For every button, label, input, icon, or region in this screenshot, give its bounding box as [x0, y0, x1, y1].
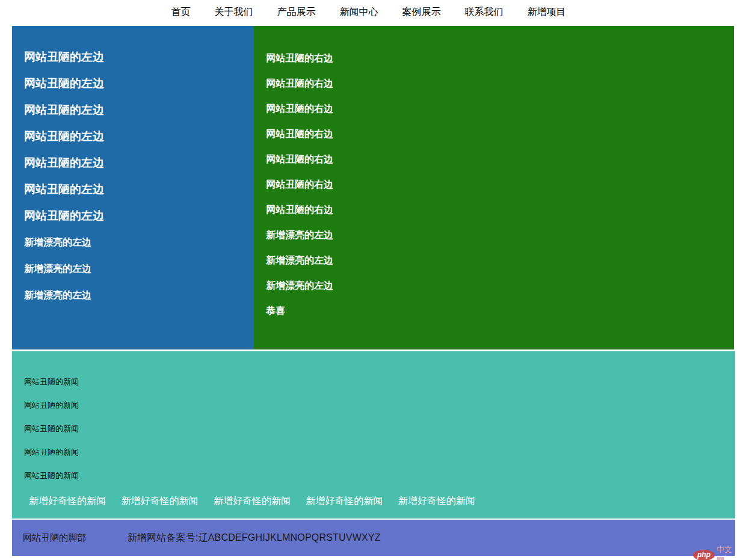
- footer-beian-text: 新增网站备案号:辽ABCDEFGHIJKLMNOPQRSTUVWXYZ: [127, 532, 380, 543]
- left-item: 网站丑陋的左边: [24, 131, 254, 143]
- nav-menu: 首页 关于我们 产品展示 新闻中心 案例展示 联系我们 新增项目: [0, 0, 737, 24]
- strange-news-item: 新增好奇怪的新闻: [121, 495, 198, 508]
- page-footer: 网站丑陋的脚部 新增网站备案号:辽ABCDEFGHIJKLMNOPQRSTUVW…: [12, 520, 735, 556]
- left-item: 网站丑陋的左边: [24, 183, 254, 195]
- news-item: 网站丑陋的新闻: [24, 472, 735, 480]
- watermark-label: 中文网: [717, 544, 737, 560]
- right-item-new: 新增漂亮的左边: [266, 254, 734, 266]
- right-item: 网站丑陋的右边: [266, 52, 734, 64]
- left-item: 网站丑陋的左边: [24, 78, 254, 90]
- right-item: 网站丑陋的右边: [266, 103, 734, 115]
- left-panel: 网站丑陋的左边 网站丑陋的左边 网站丑陋的左边 网站丑陋的左边 网站丑陋的左边 …: [12, 26, 254, 349]
- nav-item-newproj[interactable]: 新增项目: [528, 6, 566, 19]
- right-panel: 网站丑陋的右边 网站丑陋的右边 网站丑陋的右边 网站丑陋的右边 网站丑陋的右边 …: [254, 26, 734, 349]
- right-item: 网站丑陋的右边: [266, 128, 734, 140]
- footer-label: 网站丑陋的脚部: [23, 532, 86, 543]
- strange-news-row: 新增好奇怪的新闻 新增好奇怪的新闻 新增好奇怪的新闻 新增好奇怪的新闻 新增好奇…: [24, 495, 735, 508]
- right-item: 网站丑陋的右边: [266, 179, 734, 191]
- news-item: 网站丑陋的新闻: [24, 378, 735, 386]
- left-item: 网站丑陋的左边: [24, 104, 254, 116]
- left-item: 网站丑陋的左边: [24, 210, 254, 222]
- right-item-new: 新增漂亮的左边: [266, 229, 734, 241]
- left-item: 网站丑陋的左边: [24, 157, 254, 169]
- nav-item-cases[interactable]: 案例展示: [402, 6, 441, 19]
- right-item: 网站丑陋的右边: [266, 78, 734, 90]
- nav-item-contact[interactable]: 联系我们: [465, 6, 504, 19]
- strange-news-item: 新增好奇怪的新闻: [214, 495, 291, 508]
- news-item: 网站丑陋的新闻: [24, 448, 735, 457]
- nav-item-news[interactable]: 新闻中心: [340, 6, 378, 19]
- strange-news-item: 新增好奇怪的新闻: [398, 495, 475, 508]
- left-item-new: 新增漂亮的左边: [24, 236, 254, 248]
- top-nav: 首页 关于我们 产品展示 新闻中心 案例展示 联系我们 新增项目: [0, 0, 737, 24]
- right-item-new: 新增漂亮的左边: [266, 280, 734, 292]
- nav-item-products[interactable]: 产品展示: [277, 6, 316, 19]
- php-cn-watermark: php 中文网: [693, 544, 737, 560]
- right-item: 网站丑陋的右边: [266, 153, 734, 165]
- congrats-text: 恭喜: [266, 305, 734, 317]
- php-logo-icon: php: [693, 550, 715, 560]
- nav-item-home[interactable]: 首页: [171, 6, 191, 19]
- right-item: 网站丑陋的右边: [266, 204, 734, 216]
- strange-news-item: 新增好奇怪的新闻: [306, 495, 383, 508]
- news-item: 网站丑陋的新闻: [24, 425, 735, 433]
- left-item-new: 新增漂亮的左边: [24, 289, 254, 301]
- news-section: 网站丑陋的新闻 网站丑陋的新闻 网站丑陋的新闻 网站丑陋的新闻 网站丑陋的新闻 …: [12, 351, 735, 518]
- strange-news-item: 新增好奇怪的新闻: [29, 495, 106, 508]
- nav-item-about[interactable]: 关于我们: [215, 6, 253, 19]
- left-item-new: 新增漂亮的左边: [24, 263, 254, 275]
- left-item: 网站丑陋的左边: [24, 51, 254, 63]
- news-item: 网站丑陋的新闻: [24, 401, 735, 410]
- main-content: 网站丑陋的左边 网站丑陋的左边 网站丑陋的左边 网站丑陋的左边 网站丑陋的左边 …: [12, 26, 734, 349]
